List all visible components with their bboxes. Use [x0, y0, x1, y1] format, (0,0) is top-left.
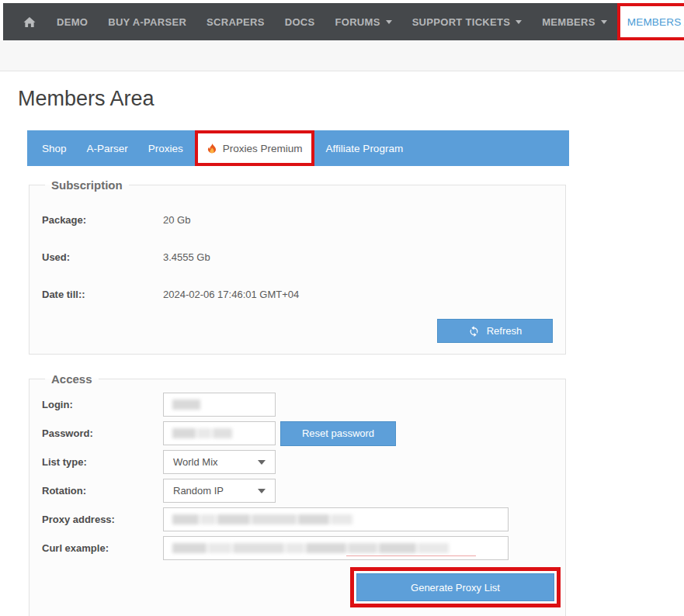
- nav-item-label: SUPPORT TICKETS: [412, 16, 511, 28]
- date-till-value: 2024-02-06 17:46:01 GMT+04: [163, 289, 299, 300]
- nav-item-label: MEMBERS: [542, 16, 595, 28]
- refresh-button[interactable]: Refresh: [437, 319, 553, 343]
- generate-proxy-list-button[interactable]: Generate Proxy List: [356, 573, 554, 601]
- redacted-blob: [172, 400, 200, 410]
- nav-item-demo[interactable]: DEMO: [47, 3, 98, 40]
- list-type-label: List type:: [42, 456, 163, 468]
- main-navbar: DEMO BUY A-PARSER SCRAPERS DOCS FORUMS S…: [3, 3, 668, 40]
- list-type-select[interactable]: World Mix: [163, 450, 276, 474]
- spellcheck-underline: [346, 555, 476, 556]
- redacted-blob: [233, 543, 284, 553]
- package-label: Package:: [42, 214, 163, 226]
- list-type-row: List type: World Mix: [42, 448, 553, 476]
- generate-row: Generate Proxy List: [42, 567, 561, 607]
- rotation-label: Rotation:: [42, 485, 163, 497]
- nav-item-members-area[interactable]: MEMBERS AREA: [617, 3, 684, 40]
- members-area-tabs: Shop A-Parser Proxies Proxies Premium Af…: [27, 130, 569, 166]
- redacted-value: [164, 393, 275, 416]
- redacted-blob: [331, 514, 352, 524]
- home-icon: [23, 16, 36, 28]
- refresh-label: Refresh: [487, 325, 523, 337]
- proxy-address-input[interactable]: [163, 507, 509, 531]
- used-label: Used:: [42, 251, 163, 263]
- redacted-blob: [197, 428, 211, 438]
- access-legend: Access: [45, 372, 99, 386]
- nav-item-support-tickets[interactable]: SUPPORT TICKETS: [402, 3, 533, 40]
- redacted-blob: [172, 428, 196, 438]
- nav-item-forums[interactable]: FORUMS: [325, 3, 401, 40]
- redacted-blob: [252, 514, 297, 524]
- refresh-row: Refresh: [42, 319, 553, 343]
- redacted-value: [164, 508, 508, 531]
- password-input[interactable]: [163, 421, 276, 445]
- rotation-select[interactable]: Random IP: [163, 479, 276, 503]
- access-panel: Access Login: Password: Reset password L…: [29, 372, 566, 616]
- caret-down-icon: [601, 20, 607, 24]
- rotation-row: Rotation: Random IP: [42, 476, 553, 505]
- redacted-blob: [298, 514, 329, 524]
- rotation-value: Random IP: [173, 485, 224, 497]
- redacted-blob: [348, 543, 377, 553]
- proxy-address-row: Proxy address:: [42, 505, 553, 534]
- nav-item-members[interactable]: MEMBERS: [532, 3, 617, 40]
- login-row: Login:: [42, 390, 553, 419]
- redacted-blob: [306, 543, 346, 553]
- caret-down-icon: [258, 489, 266, 493]
- reset-password-button[interactable]: Reset password: [280, 421, 396, 446]
- subscription-row-used: Used: 3.4555 Gb: [42, 238, 553, 275]
- subscription-legend: Subscription: [45, 178, 129, 192]
- caret-down-icon: [258, 460, 266, 465]
- package-value: 20 Gb: [163, 214, 190, 226]
- caret-down-icon: [386, 20, 392, 24]
- redacted-blob: [217, 514, 250, 524]
- home-button[interactable]: [3, 3, 47, 40]
- tab-a-parser[interactable]: A-Parser: [77, 130, 138, 166]
- login-label: Login:: [42, 399, 163, 410]
- tab-shop[interactable]: Shop: [32, 130, 77, 166]
- topbar: DEMO BUY A-PARSER SCRAPERS DOCS FORUMS S…: [0, 0, 684, 40]
- tab-affiliate-program[interactable]: Affiliate Program: [316, 130, 414, 166]
- list-type-value: World Mix: [173, 456, 218, 468]
- redacted-blob: [379, 543, 416, 553]
- redacted-blob: [200, 514, 216, 524]
- annotation-box: Generate Proxy List: [350, 567, 561, 607]
- password-label: Password:: [42, 427, 163, 439]
- password-row: Password: Reset password: [42, 419, 553, 448]
- curl-example-input[interactable]: [163, 536, 509, 560]
- login-input[interactable]: [163, 393, 276, 417]
- redacted-blob: [172, 543, 207, 553]
- main-content: Members Area Shop A-Parser Proxies Proxi…: [0, 86, 684, 616]
- refresh-icon: [468, 325, 480, 337]
- tab-label: Proxies Premium: [223, 143, 303, 154]
- nav-item-docs[interactable]: DOCS: [275, 3, 325, 40]
- page-title: Members Area: [18, 86, 684, 111]
- nav-item-scrapers[interactable]: SCRAPERS: [196, 3, 275, 40]
- tab-proxies[interactable]: Proxies: [138, 130, 193, 166]
- date-till-label: Date till::: [42, 289, 163, 300]
- used-value: 3.4555 Gb: [163, 251, 210, 263]
- curl-example-row: Curl example:: [42, 534, 553, 562]
- redacted-blob: [208, 543, 231, 553]
- redacted-value: [164, 422, 275, 445]
- curl-example-label: Curl example:: [42, 542, 163, 554]
- subscription-row-date-till: Date till:: 2024-02-06 17:46:01 GMT+04: [42, 275, 553, 313]
- subscription-row-package: Package: 20 Gb: [42, 201, 553, 238]
- subnav-strip: [0, 40, 684, 71]
- nav-item-label: FORUMS: [335, 16, 380, 28]
- redacted-blob: [418, 543, 449, 553]
- redacted-blob: [286, 543, 304, 553]
- proxy-address-label: Proxy address:: [42, 514, 163, 525]
- tab-proxies-premium[interactable]: Proxies Premium: [195, 130, 314, 166]
- fire-icon: [207, 142, 217, 155]
- redacted-blob: [213, 428, 232, 438]
- redacted-blob: [172, 514, 199, 524]
- subscription-panel: Subscription Package: 20 Gb Used: 3.4555…: [29, 178, 566, 355]
- caret-down-icon: [516, 20, 522, 24]
- nav-item-buy-a-parser[interactable]: BUY A-PARSER: [98, 3, 196, 40]
